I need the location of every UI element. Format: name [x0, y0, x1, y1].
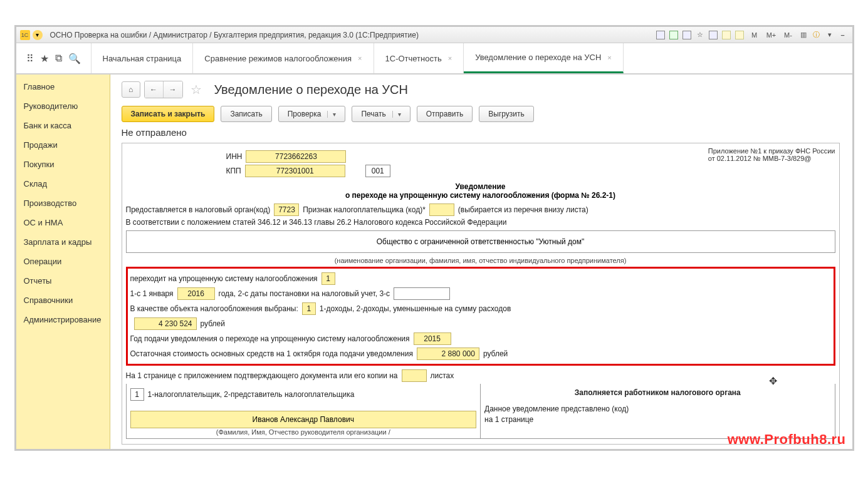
apps-icon[interactable]: ⠿: [26, 53, 34, 64]
favorites-icon[interactable]: ★: [40, 53, 49, 64]
sidebar-item-main[interactable]: Главное: [16, 77, 110, 96]
toolbar-btn-3[interactable]: [681, 30, 693, 40]
titlebar: 1С ▾ ОСНО Проверка на ошибки / Администр…: [16, 27, 852, 43]
m-minus-button[interactable]: M-: [781, 30, 796, 40]
forward-button[interactable]: →: [164, 81, 182, 98]
rep-name-field[interactable]: Иванов Александр Павлович: [130, 411, 477, 428]
back-button[interactable]: ←: [145, 81, 164, 98]
rep-label: 1-налогоплательщик, 2-представитель нало…: [148, 390, 355, 399]
m-plus-button[interactable]: M+: [764, 30, 779, 40]
attach-label-a: На 1 странице с приложением подтверждающ…: [126, 371, 398, 380]
object-code-field[interactable]: 1: [302, 302, 316, 315]
form-heading: Уведомление: [126, 182, 835, 191]
toolbar-btn-2[interactable]: [668, 30, 679, 40]
search-icon[interactable]: 🔍: [68, 53, 81, 64]
attach-label-b: листах: [431, 371, 454, 380]
close-icon[interactable]: ×: [607, 54, 611, 61]
export-button[interactable]: Выгрузить: [479, 106, 534, 122]
sidebar-item-payroll[interactable]: Зарплата и кадры: [16, 232, 110, 252]
employee-line2: на 1 странице: [484, 415, 831, 424]
form-subheading: о переходе на упрощенную систему налогоо…: [126, 191, 835, 200]
tab-usn-notice[interactable]: Уведомление о переходе на УСН×: [464, 43, 624, 73]
sidebar-item-manager[interactable]: Руководителю: [16, 96, 110, 116]
send-button[interactable]: Отправить: [417, 106, 473, 122]
rubles-label: рублей: [201, 319, 225, 328]
sidebar-item-sales[interactable]: Продажи: [16, 135, 110, 155]
asset-field[interactable]: 2 880 000: [417, 348, 479, 360]
kpp-field[interactable]: 772301001: [245, 165, 345, 177]
employee-heading: Заполняется работником налогового органа: [484, 388, 831, 397]
yearfrom-label-a: 1-с 1 января: [130, 289, 174, 298]
transition-code-field[interactable]: 1: [322, 272, 335, 285]
rubles-label-2: рублей: [483, 349, 508, 358]
sidebar-item-operations[interactable]: Операции: [16, 252, 110, 271]
sidebar-item-purchases[interactable]: Покупки: [16, 155, 110, 174]
object-label-a: В качестве объекта налогообложения выбра…: [130, 304, 298, 313]
payer-sign-field[interactable]: [429, 203, 454, 216]
minimize-icon[interactable]: –: [837, 30, 849, 40]
toolbar-btn-1[interactable]: [655, 30, 666, 40]
transition-label: переходит на упрощенную систему налогооб…: [130, 274, 318, 283]
asset-label: Остаточная стоимость основных средств на…: [130, 349, 413, 358]
highlighted-section: переходит на упрощенную систему налогооб…: [126, 267, 835, 366]
dropdown-icon[interactable]: ▾: [824, 30, 835, 40]
form-area: Приложение №1 к приказу ФНС России от 02…: [122, 143, 840, 445]
close-icon[interactable]: ×: [358, 54, 362, 62]
date-3c-field[interactable]: [394, 287, 450, 300]
toolbar-btn-5[interactable]: [708, 30, 719, 40]
inn-label: ИНН: [226, 152, 243, 161]
notice-year-label: Год подачи уведомления о переходе на упр…: [130, 334, 410, 343]
sidebar-item-warehouse[interactable]: Склад: [16, 174, 110, 193]
toolbar-btn-4[interactable]: ☆: [694, 30, 706, 40]
yearfrom-label-b: года, 2-с даты постановки на налоговый у…: [219, 289, 390, 298]
m-button[interactable]: M: [747, 30, 762, 40]
rep-code-field[interactable]: 1: [130, 388, 144, 401]
toolbar-btn-6[interactable]: [721, 30, 732, 40]
payer-sign-label: Признак налогоплательщика (код)*: [303, 205, 426, 214]
object-label-b: 1-доходы, 2-доходы, уменьшенные на сумму…: [320, 304, 511, 313]
tax-org-field[interactable]: 7723: [274, 203, 299, 216]
star-icon[interactable]: ☆: [187, 81, 206, 98]
toolbar: Записать и закрыть Записать Проверка▾ Пе…: [122, 106, 840, 122]
panels-icon[interactable]: ▥: [798, 30, 809, 40]
toolbar-btn-7[interactable]: [734, 30, 745, 40]
payer-sign-hint: (выбирается из перечня внизу листа): [458, 205, 588, 214]
window-title: ОСНО Проверка на ошибки / Администратор …: [50, 31, 419, 39]
kpp-label: КПП: [226, 167, 241, 175]
income-field[interactable]: 4 230 524: [134, 317, 197, 330]
tab-home[interactable]: Начальная страница: [92, 43, 194, 73]
watermark: www.Profbuh8.ru: [728, 431, 846, 448]
close-icon[interactable]: ×: [448, 54, 452, 62]
year-from-field[interactable]: 2016: [177, 287, 215, 300]
sidebar-item-admin[interactable]: Администрирование: [16, 310, 110, 329]
sidebar-item-bank[interactable]: Банк и касса: [16, 116, 110, 135]
info-icon[interactable]: ⓘ: [811, 30, 822, 40]
org-name-hint: (наименование организации, фамилия, имя,…: [126, 257, 835, 264]
attach-pages-field[interactable]: [402, 369, 427, 382]
org-name-box[interactable]: Общество с ограниченной ответственностью…: [126, 230, 835, 253]
app-icon: 1С: [20, 30, 30, 40]
topbar: ⠿ ★ ⧉ 🔍 Начальная страница Сравнение реж…: [16, 43, 852, 75]
history-icon[interactable]: ⧉: [55, 53, 62, 64]
sidebar-item-assets[interactable]: ОС и НМА: [16, 213, 110, 232]
employee-line1: Данное уведомление представлено (код): [484, 404, 831, 413]
tax-org-label: Предоставляется в налоговый орган(код): [126, 205, 271, 214]
check-button[interactable]: Проверка▾: [278, 106, 346, 122]
sidebar: Главное Руководителю Банк и касса Продаж…: [16, 75, 110, 449]
print-button[interactable]: Печать▾: [352, 106, 410, 122]
content: ⌂ ← → ☆ Уведомление о переходе на УСН За…: [110, 75, 852, 449]
tab-reporting[interactable]: 1С-Отчетность×: [374, 43, 464, 73]
appendix-info: Приложение №1 к приказу ФНС России от 02…: [708, 147, 835, 162]
notice-year-field[interactable]: 2015: [414, 332, 451, 345]
page-title: Уведомление о переходе на УСН: [214, 83, 408, 97]
home-button[interactable]: ⌂: [122, 81, 140, 98]
status-text: Не отправлено: [122, 127, 840, 138]
sidebar-item-reports[interactable]: Отчеты: [16, 271, 110, 291]
sidebar-item-production[interactable]: Производство: [16, 193, 110, 213]
save-close-button[interactable]: Записать и закрыть: [122, 106, 215, 122]
save-button[interactable]: Записать: [221, 106, 271, 122]
tab-compare[interactable]: Сравнение режимов налогообложения×: [193, 43, 374, 73]
sidebar-item-refs[interactable]: Справочники: [16, 291, 110, 310]
inn-field[interactable]: 7723662263: [246, 150, 346, 163]
app-menu-caret[interactable]: ▾: [33, 30, 43, 40]
